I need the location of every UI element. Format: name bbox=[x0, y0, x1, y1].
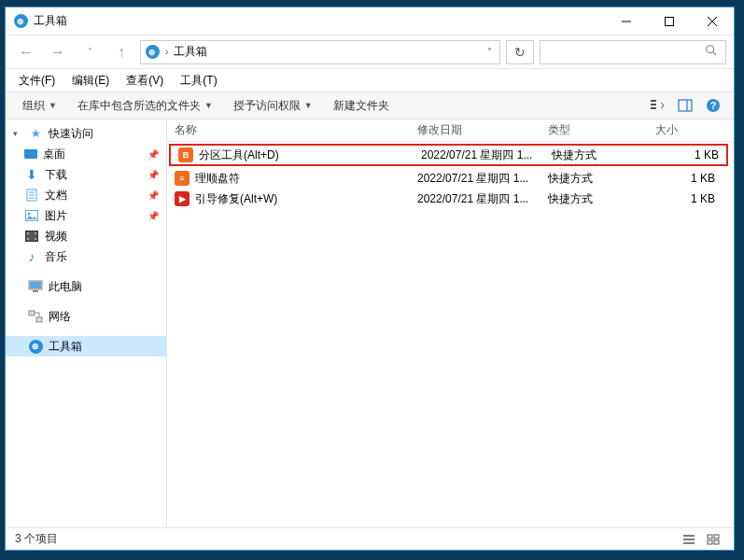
svg-rect-27 bbox=[29, 311, 35, 315]
maximize-button[interactable] bbox=[648, 7, 691, 35]
svg-rect-21 bbox=[27, 238, 29, 240]
desktop-icon bbox=[24, 149, 37, 159]
file-type: 快捷方式 bbox=[540, 191, 648, 207]
sidebar-this-pc[interactable]: 此电脑 bbox=[6, 276, 166, 297]
explorer-window: ⊕ 工具箱 ← → ˅ ↑ ⊕ › 工具箱 ˅ ↻ bbox=[5, 7, 735, 551]
toolbar-newfolder[interactable]: 新建文件夹 bbox=[324, 95, 399, 117]
pictures-icon bbox=[24, 208, 39, 223]
file-size: 1 KB bbox=[652, 148, 726, 161]
computer-icon bbox=[28, 279, 43, 294]
svg-rect-37 bbox=[714, 540, 719, 544]
sidebar-label: 工具箱 bbox=[49, 339, 82, 355]
chevron-down-icon: ▼ bbox=[49, 101, 57, 110]
menu-view[interactable]: 查看(V) bbox=[119, 71, 171, 91]
address-dropdown-icon[interactable]: ˅ bbox=[484, 47, 496, 57]
sidebar-toolbox[interactable]: ⊕ 工具箱 bbox=[6, 336, 166, 357]
sidebar-pictures[interactable]: 图片 📌 bbox=[6, 205, 166, 226]
music-icon: ♪ bbox=[24, 249, 39, 264]
sidebar-label: 视频 bbox=[45, 229, 67, 245]
toolbar-organize[interactable]: 组织 ▼ bbox=[13, 95, 66, 117]
address-box[interactable]: ⊕ › 工具箱 ˅ bbox=[140, 40, 500, 64]
column-size[interactable]: 大小 bbox=[648, 119, 723, 141]
column-date[interactable]: 修改日期 bbox=[410, 119, 540, 141]
close-button[interactable] bbox=[691, 7, 734, 35]
sidebar-videos[interactable]: 视频 bbox=[6, 226, 166, 246]
svg-line-5 bbox=[713, 52, 717, 56]
minimize-button[interactable] bbox=[605, 7, 648, 35]
search-icon bbox=[705, 44, 718, 60]
chevron-down-icon: ▼ bbox=[204, 101, 213, 110]
file-row[interactable]: ≡理顺盘符2022/07/21 星期四 1...快捷方式1 KB bbox=[167, 168, 734, 189]
status-count: 3 个项目 bbox=[15, 531, 58, 547]
file-date: 2022/07/21 星期四 1... bbox=[414, 147, 544, 163]
help-button[interactable]: ? bbox=[700, 94, 726, 117]
svg-rect-7 bbox=[651, 104, 656, 105]
location-icon: ⊕ bbox=[145, 45, 160, 60]
file-type: 快捷方式 bbox=[544, 147, 652, 163]
menu-file[interactable]: 文件(F) bbox=[11, 71, 63, 91]
sidebar-desktop[interactable]: 桌面 📌 bbox=[6, 144, 166, 164]
menu-bar: 文件(F) 编辑(E) 查看(V) 工具(T) bbox=[6, 69, 734, 91]
pin-icon: 📌 bbox=[147, 190, 159, 201]
toolbar-organize-label: 组织 bbox=[22, 98, 45, 114]
toolbox-icon: ⊕ bbox=[28, 339, 43, 354]
sidebar-music[interactable]: ♪ 音乐 bbox=[6, 246, 166, 267]
pin-icon: 📌 bbox=[147, 170, 159, 180]
toolbar-include[interactable]: 在库中包含所选的文件夹 ▼ bbox=[68, 95, 222, 117]
view-options-button[interactable] bbox=[644, 94, 670, 117]
file-type: 快捷方式 bbox=[540, 171, 648, 187]
svg-text:?: ? bbox=[710, 100, 717, 111]
file-date: 2022/07/21 星期四 1... bbox=[410, 171, 540, 187]
column-headers: 名称 修改日期 类型 大小 bbox=[167, 119, 734, 142]
svg-rect-34 bbox=[708, 535, 712, 539]
toolbar-share[interactable]: 授予访问权限 ▼ bbox=[224, 95, 322, 117]
sidebar-label: 图片 bbox=[45, 208, 67, 224]
recent-dropdown[interactable]: ˅ bbox=[77, 39, 103, 65]
sidebar-documents[interactable]: 文档 📌 bbox=[6, 185, 166, 205]
file-row[interactable]: ▶引导修复(Alt+W)2022/07/21 星期四 1...快捷方式1 KB bbox=[167, 189, 734, 209]
svg-rect-8 bbox=[651, 107, 656, 109]
chevron-down-icon: ▾ bbox=[13, 129, 22, 138]
titlebar: ⊕ 工具箱 bbox=[6, 7, 734, 35]
file-size: 1 KB bbox=[648, 192, 723, 205]
toolbar-share-label: 授予访问权限 bbox=[233, 98, 301, 114]
pin-icon: 📌 bbox=[147, 149, 159, 160]
thumbnails-view-button[interactable] bbox=[702, 530, 724, 549]
svg-rect-36 bbox=[708, 540, 712, 544]
file-name: 分区工具(Alt+D) bbox=[199, 147, 279, 163]
forward-button[interactable]: → bbox=[45, 39, 71, 65]
file-list[interactable]: B分区工具(Alt+D)2022/07/21 星期四 1...快捷方式1 KB≡… bbox=[167, 142, 734, 527]
toolbar-right: ? bbox=[644, 94, 726, 117]
app-icon: ⊕ bbox=[13, 14, 28, 29]
sidebar-downloads[interactable]: ⬇ 下载 📌 bbox=[6, 164, 166, 185]
sidebar-label: 文档 bbox=[45, 188, 67, 203]
back-button[interactable]: ← bbox=[13, 39, 39, 65]
svg-rect-1 bbox=[666, 17, 674, 25]
svg-rect-28 bbox=[36, 317, 42, 322]
window-controls bbox=[605, 7, 734, 35]
refresh-button[interactable]: ↻ bbox=[506, 40, 534, 64]
file-date: 2022/07/21 星期四 1... bbox=[410, 191, 540, 207]
sidebar-quick-access[interactable]: ▾ ★ 快速访问 bbox=[6, 123, 166, 144]
menu-tools[interactable]: 工具(T) bbox=[173, 71, 224, 91]
search-input[interactable] bbox=[540, 40, 726, 64]
svg-rect-25 bbox=[30, 282, 41, 288]
menu-edit[interactable]: 编辑(E) bbox=[64, 71, 117, 91]
file-row[interactable]: B分区工具(Alt+D)2022/07/21 星期四 1...快捷方式1 KB bbox=[169, 144, 728, 166]
preview-pane-button[interactable] bbox=[672, 94, 698, 117]
column-type[interactable]: 类型 bbox=[540, 119, 648, 141]
svg-rect-20 bbox=[27, 232, 29, 234]
svg-rect-6 bbox=[651, 100, 656, 102]
navigation-pane: ▾ ★ 快速访问 桌面 📌 ⬇ 下载 📌 bbox=[6, 119, 167, 527]
up-button[interactable]: ↑ bbox=[108, 39, 134, 65]
svg-rect-26 bbox=[33, 290, 38, 292]
svg-rect-22 bbox=[35, 232, 36, 234]
details-view-button[interactable] bbox=[678, 530, 700, 549]
column-name[interactable]: 名称 bbox=[167, 119, 410, 141]
file-icon: ≡ bbox=[175, 171, 190, 186]
breadcrumb[interactable]: 工具箱 bbox=[174, 44, 207, 60]
svg-rect-35 bbox=[714, 535, 719, 539]
chevron-down-icon: ▼ bbox=[304, 101, 313, 110]
file-name: 理顺盘符 bbox=[195, 171, 240, 187]
sidebar-network[interactable]: 网络 bbox=[6, 306, 166, 327]
